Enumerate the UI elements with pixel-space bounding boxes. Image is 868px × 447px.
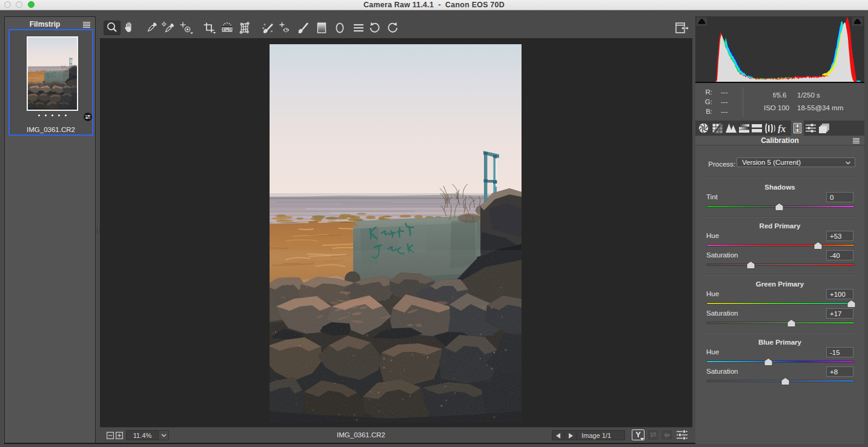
svg-text:fx: fx	[778, 124, 786, 133]
